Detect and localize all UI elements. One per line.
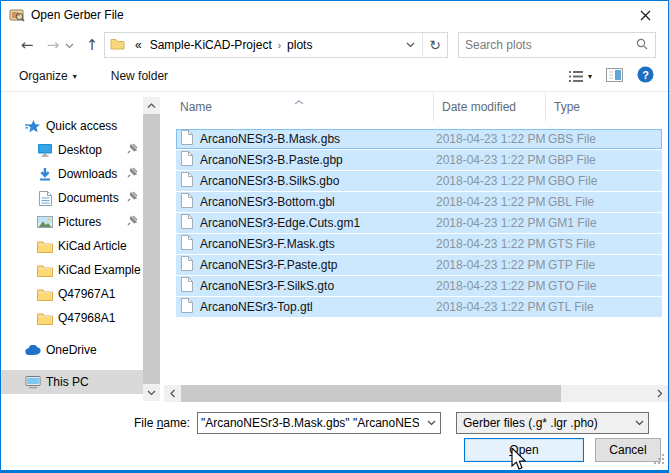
file-name: ArcanoNESr3-Edge.Cuts.gm1 [200,216,360,230]
scroll-left-icon[interactable] [164,385,181,402]
file-name-label: File name: [134,416,194,430]
file-icon [181,151,193,169]
file-icon [181,193,193,211]
recent-locations-button[interactable] [65,38,79,52]
cancel-button[interactable]: Cancel [595,438,661,462]
sidebar-item-desktop[interactable]: Desktop [1,138,143,162]
folder-icon [110,37,125,53]
breadcrumb-item-plots[interactable]: plots [283,38,316,52]
sidebar-item-quick-access[interactable]: Quick access [1,114,143,138]
preview-pane-button[interactable] [606,68,623,85]
pin-icon [127,191,138,205]
sidebar-item-downloads[interactable]: Downloads [1,162,143,186]
file-date-modified: 2018-04-23 1:22 PM [428,300,540,314]
refresh-icon: ↻ [429,37,441,53]
folder-icon [37,310,53,326]
close-button[interactable] [623,1,668,29]
help-button[interactable]: ? [637,66,654,86]
sidebar-item-q47968a1[interactable]: Q47968A1 [1,306,143,330]
file-row[interactable]: ArcanoNESr3-Edge.Cuts.gm1 2018-04-23 1:2… [176,213,662,233]
organize-button[interactable]: Organize ▾ [11,61,85,91]
column-header-date-modified[interactable]: Date modified [433,93,545,121]
hscrollbar-thumb[interactable] [181,385,561,402]
sidebar-item-onedrive[interactable]: OneDrive [1,338,143,362]
file-name: ArcanoNESr3-B.Paste.gbp [200,153,343,167]
filelist-horizontal-scrollbar[interactable] [164,385,668,402]
file-date-modified: 2018-04-23 1:22 PM [428,279,540,293]
file-icon [181,277,193,295]
back-button[interactable]: ← [15,38,39,53]
cloud-icon [25,342,41,358]
preview-pane-icon [606,68,623,82]
column-header-name[interactable]: Name [164,93,433,121]
search-input[interactable] [459,38,636,52]
chevron-down-icon: ▾ [73,72,77,81]
file-name: ArcanoNESr3-Top.gtl [200,300,313,314]
sidebar-item-label: OneDrive [46,343,97,357]
change-view-button[interactable]: ▾ [569,70,592,83]
file-type: GTO File [540,279,661,293]
up-button[interactable]: ↑ [81,38,103,53]
file-name-dropdown-button[interactable] [422,420,440,426]
pin-icon [127,143,138,157]
file-row[interactable]: ArcanoNESr3-Top.gtl 2018-04-23 1:22 PM G… [176,297,662,317]
sidebar-item-label: This PC [46,375,89,389]
file-row[interactable]: ArcanoNESr3-B.SilkS.gbo 2018-04-23 1:22 … [176,171,662,191]
computer-icon [25,374,41,390]
sort-ascending-icon [294,94,304,108]
scroll-up-icon[interactable] [143,97,160,114]
column-label: Type [554,100,580,114]
file-row[interactable]: ArcanoNESr3-Bottom.gbl 2018-04-23 1:22 P… [176,192,662,212]
file-date-modified: 2018-04-23 1:22 PM [428,258,540,272]
forward-button[interactable]: → [41,38,65,53]
folder-icon [37,262,53,278]
sidebar-item-kicad-example[interactable]: KiCad Example [1,258,143,282]
sidebar-item-label: Q47967A1 [58,287,115,301]
file-name-input[interactable] [198,416,422,430]
file-row[interactable]: ArcanoNESr3-B.Mask.gbs 2018-04-23 1:22 P… [176,129,662,149]
chevron-down-icon [406,42,415,48]
column-header-type[interactable]: Type [545,93,668,121]
file-row[interactable]: ArcanoNESr3-F.SilkS.gto 2018-04-23 1:22 … [176,276,662,296]
download-icon [37,166,53,182]
sidebar-item-label: Downloads [58,167,117,181]
titlebar: Open Gerber File [1,1,668,29]
sidebar-item-kicad-article[interactable]: KiCad Article [1,234,143,258]
search-icon [636,38,648,53]
document-icon [37,190,53,206]
file-row[interactable]: ArcanoNESr3-F.Paste.gtp 2018-04-23 1:22 … [176,255,662,275]
file-icon [181,256,193,274]
file-icon [181,235,193,253]
file-type-filter-select[interactable]: Gerber files (.g* .lgr .pho) [456,412,649,434]
scroll-down-icon[interactable] [143,384,160,401]
file-row[interactable]: ArcanoNESr3-B.Paste.gbp 2018-04-23 1:22 … [176,150,662,170]
sidebar-item-q47967a1[interactable]: Q47967A1 [1,282,143,306]
new-folder-button[interactable]: New folder [103,61,176,91]
sidebar-scrollbar[interactable] [143,97,160,401]
breadcrumb-overflow[interactable]: « [131,38,146,52]
folder-icon [37,286,53,302]
address-dropdown-button[interactable] [398,33,422,57]
breadcrumb-item-project[interactable]: Sample-KiCAD-Project [146,38,276,52]
chevron-down-icon [65,43,74,49]
open-button[interactable]: Open [464,438,584,462]
sidebar-item-pictures[interactable]: Pictures [1,210,143,234]
column-label: Date modified [442,100,516,114]
scroll-right-icon[interactable] [651,385,668,402]
sidebar-item-documents[interactable]: Documents [1,186,143,210]
file-row[interactable]: ArcanoNESr3-F.Mask.gts 2018-04-23 1:22 P… [176,234,662,254]
column-headers: Name Date modified Type [164,93,668,121]
refresh-button[interactable]: ↻ [423,33,447,57]
file-name: ArcanoNESr3-F.SilkS.gto [200,279,334,293]
sidebar-scrollbar-thumb[interactable] [143,114,160,384]
pin-icon [127,215,138,229]
sidebar-item-label: Pictures [58,215,101,229]
sidebar-item-this-pc[interactable]: This PC [1,370,143,394]
pin-icon [127,167,138,181]
address-bar[interactable]: « Sample-KiCAD-Project › plots ↻ [104,32,448,58]
file-type: GM1 File [540,216,661,230]
file-name: ArcanoNESr3-F.Paste.gtp [200,258,337,272]
window-title: Open Gerber File [31,8,623,22]
resize-grip[interactable] [654,454,665,468]
chevron-down-icon [427,420,436,426]
